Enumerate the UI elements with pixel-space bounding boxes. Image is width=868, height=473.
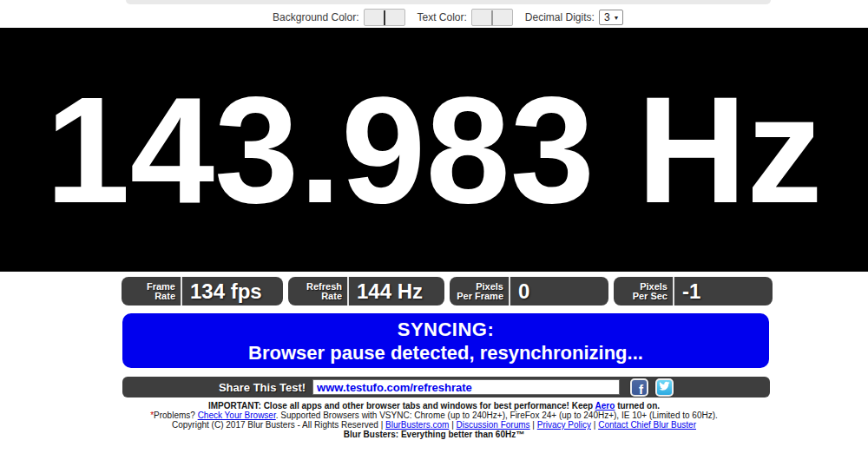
stat-refresh-rate: RefreshRate 144 Hz (288, 277, 444, 305)
footer-problems-line: *Problems? Check Your Browser. Supported… (0, 411, 868, 420)
twitter-icon (659, 379, 670, 395)
contact-chief-link[interactable]: Contact Chief Blur Buster (598, 420, 696, 430)
stat-pixels-per-sec-value: -1 (674, 277, 700, 305)
display-controls-bar: Background Color: Text Color: Decimal Di… (14, 7, 868, 28)
share-url-input[interactable] (312, 379, 620, 395)
aero-link[interactable]: Aero (595, 401, 615, 411)
stat-pixels-per-sec: PixelsPer Sec -1 (614, 277, 773, 305)
text-color-swatch (491, 10, 493, 25)
stats-row: FrameRate 134 fps RefreshRate 144 Hz Pix… (122, 277, 773, 305)
background-color-swatch (384, 10, 385, 25)
share-bar: Share This Test! f (122, 377, 770, 397)
sync-banner: SYNCING: Browser pause detected, resynch… (122, 313, 769, 368)
sync-banner-message: Browser pause detected, resynchronizing.… (248, 341, 643, 365)
share-label: Share This Test! (219, 381, 306, 394)
top-panel-edge (126, 0, 771, 4)
background-color-swatch-button[interactable] (364, 9, 405, 26)
decimal-digits-value: 3 (604, 11, 610, 23)
refresh-rate-readout: 143.983 Hz (45, 74, 822, 226)
check-your-browser-link[interactable]: Check Your Browser (198, 411, 276, 420)
chevron-down-icon: ▼ (614, 15, 620, 21)
stat-frame-rate-label: FrameRate (122, 277, 181, 305)
stat-frame-rate: FrameRate 134 fps (122, 277, 283, 305)
stat-refresh-rate-label: RefreshRate (288, 277, 347, 305)
stat-pixels-per-frame-label: PixelsPer Frame (450, 277, 509, 305)
decimal-digits-select[interactable]: 3 ▼ (599, 10, 623, 25)
decimal-digits-label: Decimal Digits: (525, 11, 595, 23)
footer-tagline: Blur Busters: Everything better than 60H… (0, 430, 868, 439)
discussion-forums-link[interactable]: Discussion Forums (457, 420, 530, 430)
text-color-swatch-button[interactable] (471, 9, 513, 26)
footer-copyright-line: Copyright (C) 2017 Blur Busters - All Ri… (0, 420, 868, 430)
facebook-icon: f (639, 383, 643, 396)
blurbusters-link[interactable]: BlurBusters.com (385, 420, 449, 430)
sync-banner-title: SYNCING: (398, 318, 495, 341)
text-color-label: Text Color: (418, 11, 467, 23)
stat-refresh-rate-value: 144 Hz (349, 277, 423, 305)
stat-pixels-per-frame-value: 0 (510, 277, 529, 305)
refresh-rate-display: 143.983 Hz (0, 28, 868, 272)
background-color-label: Background Color: (273, 11, 358, 23)
facebook-share-button[interactable]: f (630, 378, 648, 397)
privacy-policy-link[interactable]: Privacy Policy (537, 420, 591, 430)
twitter-share-button[interactable] (655, 378, 674, 397)
stat-pixels-per-sec-label: PixelsPer Sec (614, 277, 673, 305)
stat-frame-rate-value: 134 fps (182, 277, 262, 305)
footer: IMPORTANT: Close all apps and other brow… (0, 401, 868, 439)
footer-important-line: IMPORTANT: Close all apps and other brow… (0, 401, 868, 411)
stat-pixels-per-frame: PixelsPer Frame 0 (450, 277, 608, 305)
